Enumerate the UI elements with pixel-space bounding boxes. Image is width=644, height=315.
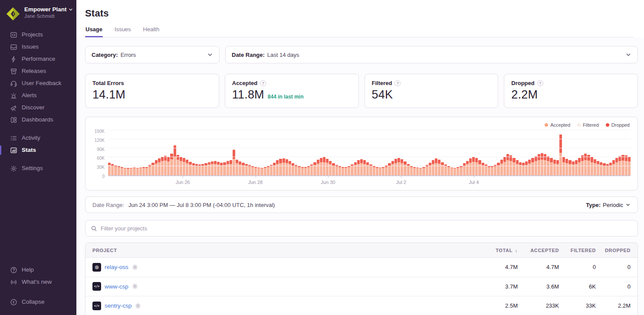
gridline	[108, 166, 631, 166]
chart-bar	[301, 167, 304, 175]
card-label: Dropped	[511, 80, 534, 86]
card-dropped: Dropped?2.2M	[504, 74, 638, 108]
chart-bar	[267, 166, 269, 175]
type-label: Type:	[586, 202, 601, 208]
collapse-button[interactable]: Collapse	[0, 296, 76, 308]
chart-bar	[139, 167, 142, 175]
chart-bar	[292, 163, 294, 175]
chart-bar	[236, 160, 238, 175]
chart-bar	[422, 167, 425, 175]
x-tick-label: Jul 2	[396, 180, 406, 185]
column-header-accepted[interactable]: ACCEPTED	[518, 248, 559, 253]
sidebar-item-what-s-new[interactable]: What's new	[0, 276, 76, 288]
chart-bar	[142, 167, 145, 175]
project-settings-gear-icon[interactable]	[132, 283, 138, 289]
search-icon	[91, 225, 97, 232]
cell-dropped: 0	[596, 283, 631, 290]
tab-usage[interactable]: Usage	[85, 26, 103, 37]
chart-bar	[509, 155, 512, 175]
sidebar-item-releases[interactable]: Releases	[0, 65, 76, 77]
chart-bar	[329, 161, 332, 175]
chart-bar	[432, 160, 434, 175]
card-value: 54K	[372, 88, 393, 102]
sidebar-item-user-feedback[interactable]: User Feedback	[0, 77, 76, 89]
chart-bar	[553, 160, 556, 175]
category-select[interactable]: Category: Errors	[85, 46, 220, 63]
sidebar-item-settings[interactable]: Settings	[0, 162, 76, 174]
cell-total: 3.7M	[470, 283, 518, 290]
chart-bar	[127, 168, 129, 175]
chart-bar	[323, 157, 325, 175]
page-header: Stats UsageIssuesHealth	[76, 0, 644, 37]
x-tick	[256, 176, 256, 178]
legend-label: Dropped	[611, 122, 630, 128]
type-select[interactable]: Type: Periodic	[586, 202, 631, 208]
sidebar-item-issues[interactable]: Issues	[0, 41, 76, 53]
project-filter-input[interactable]	[101, 225, 632, 232]
chart-bar	[525, 161, 528, 175]
chart-bar	[438, 160, 440, 175]
chevron-down-icon	[207, 52, 213, 58]
sidebar-item-activity[interactable]: Activity	[0, 132, 76, 144]
chart-bar	[183, 158, 185, 175]
chart-bar	[283, 158, 285, 175]
chart-bar	[413, 167, 416, 175]
chevron-down-icon	[625, 202, 631, 207]
y-tick-label: 90K	[97, 147, 105, 151]
chart-bar	[494, 165, 496, 175]
sidebar-item-label: What's new	[22, 279, 52, 285]
sidebar-item-help[interactable]: Help	[0, 264, 76, 276]
column-header-project[interactable]: PROJECT	[92, 248, 470, 253]
tab-health[interactable]: Health	[143, 26, 160, 37]
sidebar-item-dashboards[interactable]: Dashboards	[0, 114, 76, 126]
legend-item-dropped[interactable]: Dropped	[606, 122, 630, 128]
plot-wrap: 030K60K90K120K150K	[90, 132, 631, 176]
info-icon[interactable]: ?	[394, 80, 401, 86]
chart-bar	[189, 162, 191, 175]
chart-bar	[612, 160, 615, 175]
sidebar-item-performance[interactable]: Performance	[0, 53, 76, 65]
column-header-dropped[interactable]: DROPPED	[596, 248, 631, 253]
sidebar-item-alerts[interactable]: Alerts	[0, 89, 76, 102]
chart-bar	[541, 153, 543, 175]
chart-bar	[373, 166, 375, 175]
project-settings-gear-icon[interactable]	[135, 303, 141, 309]
legend-item-accepted[interactable]: Accepted	[545, 122, 570, 128]
column-header-total[interactable]: TOTAL ↓	[470, 248, 518, 253]
sidebar-item-discover[interactable]: Discover	[0, 102, 76, 114]
chart-bar	[230, 160, 232, 175]
column-header-filtered[interactable]: FILTERED	[559, 248, 596, 253]
table-row-relay-oss: ⊛relay-oss4.7M4.7M00	[85, 258, 637, 277]
chart-bar	[348, 166, 350, 175]
project-link[interactable]: relay-oss	[105, 264, 128, 270]
sort-descending-icon: ↓	[513, 248, 518, 253]
main-area: Stats UsageIssuesHealth Category: Errors…	[76, 0, 644, 315]
legend-item-filtered[interactable]: Filtered	[577, 122, 599, 128]
sidebar-item-label: Alerts	[22, 92, 37, 99]
info-icon[interactable]: ?	[537, 80, 543, 86]
tab-issues[interactable]: Issues	[114, 26, 131, 37]
sidebar-item-projects[interactable]: Projects	[0, 29, 76, 41]
chart-bar	[447, 166, 450, 175]
legend-dot	[545, 123, 548, 127]
chart-bar	[307, 166, 310, 175]
project-link[interactable]: sentry-csp	[105, 302, 131, 309]
info-icon[interactable]: ?	[260, 80, 266, 86]
daterange-select[interactable]: Date Range: Last 14 days	[225, 46, 638, 63]
y-tick-label: 0	[102, 174, 105, 179]
chart-bar	[313, 162, 316, 175]
sidebar-item-stats[interactable]: Stats	[0, 144, 76, 156]
sidebar-item-label: User Feedback	[22, 80, 62, 87]
chart-bar	[587, 155, 590, 175]
chart-bar	[621, 155, 624, 175]
sidebar-item-label: Dashboards	[22, 116, 53, 123]
chart-bar	[151, 163, 154, 175]
org-text: Empower Plant Jane Schmidt	[24, 6, 73, 19]
org-switcher[interactable]: Empower Plant Jane Schmidt	[0, 5, 76, 22]
chart-bar	[108, 163, 111, 175]
category-label: Category:	[92, 52, 118, 58]
cell-dropped: 0	[596, 264, 631, 270]
project-link[interactable]: www-csp	[105, 283, 128, 290]
project-settings-gear-icon[interactable]	[132, 264, 138, 270]
chart-bar	[410, 166, 413, 175]
